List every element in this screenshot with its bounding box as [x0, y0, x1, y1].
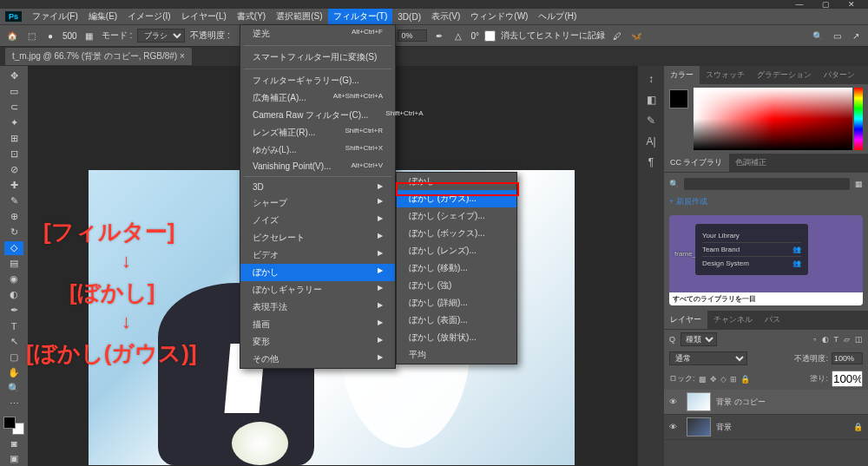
erase-history-checkbox[interactable] [484, 30, 496, 42]
blur-submenu-item[interactable]: ぼかし (表面)... [397, 312, 516, 329]
filter-menu-item[interactable]: シャープ▶ [240, 194, 395, 212]
close-icon[interactable]: ✕ [838, 0, 865, 9]
menu-select[interactable]: 選択範囲(S) [271, 9, 327, 24]
menu-view[interactable]: 表示(V) [426, 9, 465, 24]
lib-grid-icon[interactable]: ▦ [855, 180, 863, 188]
mode-select[interactable]: ブラシ [137, 29, 185, 43]
layer-thumbnail[interactable] [687, 392, 711, 411]
lib-item-your[interactable]: Your Library [702, 232, 740, 240]
wand-tool[interactable]: ✦ [4, 116, 23, 130]
layer-row[interactable]: 👁 背景 🔒 [664, 415, 868, 440]
home-icon[interactable]: 🏠 [5, 29, 19, 43]
lasso-tool[interactable]: ⊂ [4, 101, 23, 115]
visibility-icon[interactable]: 👁 [669, 423, 681, 431]
layer-kind-select[interactable]: 種類 [681, 332, 717, 346]
fill-input[interactable] [832, 371, 863, 387]
tab-gradients[interactable]: グラデーション [751, 66, 818, 84]
shape-tool[interactable]: ▢ [4, 351, 23, 364]
frame-tool[interactable]: ⊡ [4, 148, 23, 161]
filter-type-icon[interactable]: T [834, 335, 839, 344]
filter-menu-item[interactable]: 広角補正(A)...Alt+Shift+Ctrl+A [240, 89, 395, 107]
blur-submenu-item[interactable]: ぼかし (移動)... [397, 259, 516, 277]
blur-submenu-item[interactable]: ぼかし (強) [397, 277, 516, 294]
blur-submenu-item[interactable]: ぼかし (レンズ)... [397, 242, 516, 259]
blur-submenu-item[interactable]: ぼかし (シェイプ)... [397, 207, 516, 225]
blend-mode-select[interactable]: 通常 [669, 351, 747, 365]
brush-preset-icon[interactable]: ● [43, 29, 57, 43]
hue-slider[interactable] [854, 88, 863, 150]
character-panel-icon[interactable]: A| [646, 135, 655, 148]
menu-filter[interactable]: フィルター(T) [328, 9, 393, 24]
lib-search-input[interactable] [684, 178, 850, 190]
blur-tool[interactable]: ◉ [4, 272, 23, 286]
menu-edit[interactable]: 編集(E) [83, 9, 122, 24]
tablet-icon[interactable]: 🖊 [610, 29, 624, 43]
filter-menu-item[interactable]: ゆがみ(L)...Shift+Ctrl+X [240, 141, 395, 159]
blur-submenu-item[interactable]: ぼかし [397, 173, 516, 190]
blur-submenu-item[interactable]: ぼかし (ボックス)... [397, 225, 516, 242]
lock-artboard-icon[interactable]: ⊞ [730, 375, 737, 384]
zoom-tool[interactable]: 🔍 [4, 382, 23, 396]
dodge-tool[interactable]: ◐ [4, 288, 23, 302]
menu-3d[interactable]: 3D(D) [392, 10, 426, 23]
paragraph-panel-icon[interactable]: ¶ [648, 156, 654, 168]
history-panel-icon[interactable]: ↕ [648, 73, 654, 85]
layer-thumbnail[interactable] [687, 417, 711, 436]
gradient-tool[interactable]: ▤ [4, 257, 23, 271]
filter-menu-item[interactable]: Camera Raw フィルター(C)...Shift+Ctrl+A [240, 107, 395, 124]
stamp-tool[interactable]: ⊕ [4, 210, 23, 224]
filter-menu-item[interactable]: ピクセレート▶ [240, 229, 395, 246]
tab-patterns[interactable]: パターン [818, 66, 861, 84]
filter-menu-item[interactable]: Vanishing Point(V)...Alt+Ctrl+V [240, 159, 395, 174]
blur-submenu-item[interactable]: 平均 [397, 346, 516, 364]
lock-lock-icon[interactable]: 🔒 [740, 375, 750, 384]
eraser-tool[interactable]: ◇ [4, 241, 23, 255]
tab-layers[interactable]: レイヤー [664, 311, 707, 329]
more-tools[interactable]: ⋯ [4, 397, 23, 411]
layer-row[interactable]: 👁 背景 のコピー [664, 390, 868, 415]
butterfly-icon[interactable]: 🦋 [629, 29, 643, 43]
history-brush-tool[interactable]: ↻ [4, 226, 23, 240]
layer-name[interactable]: 背景 [716, 422, 732, 433]
hand-tool[interactable]: ✋ [4, 366, 23, 380]
brush-panel-icon[interactable]: ▦ [82, 29, 96, 43]
tab-channels[interactable]: チャンネル [707, 311, 759, 329]
marquee-tool[interactable]: ▭ [4, 85, 23, 99]
filter-menu-item[interactable]: 表現手法▶ [240, 299, 395, 316]
search-icon[interactable]: 🔍 [811, 29, 825, 43]
layer-opacity-input[interactable] [832, 352, 863, 364]
type-tool[interactable]: T [4, 319, 23, 333]
filter-menu-item[interactable]: ぼかしギャラリー▶ [240, 281, 395, 299]
lib-search-icon[interactable]: 🔍 [669, 180, 679, 188]
tab-adjustments[interactable]: 色調補正 [729, 154, 773, 172]
filter-smart-icon[interactable]: ◫ [855, 335, 863, 344]
filter-menu-item[interactable]: レンズ補正(R)...Shift+Ctrl+R [240, 124, 395, 141]
visibility-icon[interactable]: 👁 [669, 397, 681, 406]
layer-name[interactable]: 背景 のコピー [716, 397, 766, 408]
move-tool[interactable]: ✥ [4, 69, 23, 83]
lib-item-design[interactable]: Design System [702, 259, 749, 267]
menu-image[interactable]: イメージ(I) [122, 9, 175, 24]
filter-menu-item[interactable]: ぼかし▶ [240, 264, 395, 281]
lib-preview[interactable]: frame_top Your Library Team Brand👥 Desig… [669, 215, 863, 305]
filter-shape-icon[interactable]: ▱ [844, 335, 850, 344]
properties-panel-icon[interactable]: ◧ [647, 94, 656, 106]
minimize-icon[interactable]: — [786, 0, 812, 9]
tab-cc-libraries[interactable]: CC ライブラリ [664, 154, 729, 172]
airbrush-icon[interactable]: ✒ [432, 29, 446, 43]
document-tab[interactable]: t_m.jpg @ 66.7% (背景 のコピー, RGB/8#) × [5, 48, 192, 65]
quickmask-icon[interactable]: ◙ [4, 436, 23, 450]
filter-pixel-icon[interactable]: ▫ [813, 335, 816, 344]
blur-submenu-item[interactable]: ぼかし (ガウス)... [397, 190, 516, 207]
color-spectrum[interactable] [694, 88, 852, 150]
maximize-icon[interactable]: ▢ [812, 0, 838, 9]
menu-file[interactable]: ファイル(F) [27, 9, 83, 24]
share-icon[interactable]: ↗ [849, 29, 863, 43]
filter-menu-item[interactable]: 変形▶ [240, 333, 395, 351]
crop-tool[interactable]: ⊞ [4, 132, 23, 146]
lib-new-button[interactable]: + 新規作成 [669, 194, 863, 210]
path-tool[interactable]: ↖ [4, 335, 23, 349]
menu-window[interactable]: ウィンドウ(W) [465, 9, 533, 24]
tab-paths[interactable]: パス [759, 311, 786, 329]
lib-item-team[interactable]: Team Brand [702, 246, 740, 253]
